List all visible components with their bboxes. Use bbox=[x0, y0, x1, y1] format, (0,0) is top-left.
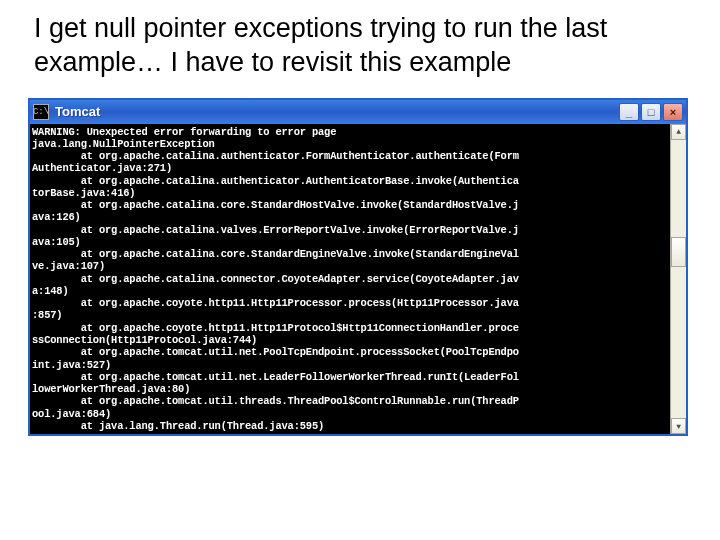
console-line: at org.apache.tomcat.util.net.LeaderFoll… bbox=[32, 371, 519, 383]
console-line: ava:126) bbox=[32, 211, 81, 223]
scrollbar-track[interactable] bbox=[671, 140, 686, 419]
titlebar[interactable]: C:\ Tomcat _ □ × bbox=[30, 100, 686, 124]
console-line: ava:105) bbox=[32, 236, 81, 248]
console-line: a:148) bbox=[32, 285, 69, 297]
console-line: at java.lang.Thread.run(Thread.java:595) bbox=[32, 420, 324, 432]
console-area: WARNING: Unexpected error forwarding to … bbox=[30, 124, 686, 435]
window-buttons: _ □ × bbox=[619, 103, 683, 121]
console-line: ssConnection(Http11Protocol.java:744) bbox=[32, 334, 257, 346]
scroll-up-icon[interactable]: ▲ bbox=[671, 124, 686, 140]
close-button[interactable]: × bbox=[663, 103, 683, 121]
console-output: WARNING: Unexpected error forwarding to … bbox=[30, 124, 670, 435]
console-line: ool.java:684) bbox=[32, 408, 111, 420]
slide-heading: I get null pointer exceptions trying to … bbox=[34, 12, 692, 80]
maximize-button[interactable]: □ bbox=[641, 103, 661, 121]
console-line: ve.java:107) bbox=[32, 260, 105, 272]
cmd-icon: C:\ bbox=[33, 104, 49, 120]
vertical-scrollbar[interactable]: ▲ ▼ bbox=[670, 124, 686, 435]
console-line: at org.apache.catalina.authenticator.Aut… bbox=[32, 175, 519, 187]
console-line: lowerWorkerThread.java:80) bbox=[32, 383, 190, 395]
scrollbar-thumb[interactable] bbox=[671, 237, 686, 267]
console-line: at org.apache.catalina.valves.ErrorRepor… bbox=[32, 224, 519, 236]
console-line: torBase.java:416) bbox=[32, 187, 135, 199]
console-line: java.lang.NullPointerException bbox=[32, 138, 215, 150]
slide: I get null pointer exceptions trying to … bbox=[0, 0, 720, 540]
console-line: WARNING: Unexpected error forwarding to … bbox=[32, 126, 336, 138]
console-line: at org.apache.tomcat.util.threads.Thread… bbox=[32, 395, 519, 407]
console-line: :857) bbox=[32, 309, 62, 321]
console-line: at org.apache.coyote.http11.Http11Proces… bbox=[32, 297, 519, 309]
console-line: at org.apache.catalina.core.StandardEngi… bbox=[32, 248, 519, 260]
minimize-button[interactable]: _ bbox=[619, 103, 639, 121]
scroll-down-icon[interactable]: ▼ bbox=[671, 418, 686, 434]
window-title: Tomcat bbox=[55, 104, 619, 119]
console-line: at org.apache.catalina.authenticator.For… bbox=[32, 150, 519, 162]
console-line: at org.apache.coyote.http11.Http11Protoc… bbox=[32, 322, 519, 334]
console-line: int.java:527) bbox=[32, 359, 111, 371]
console-line: Authenticator.java:271) bbox=[32, 162, 172, 174]
console-line: at org.apache.catalina.core.StandardHost… bbox=[32, 199, 519, 211]
console-line: at org.apache.tomcat.util.net.PoolTcpEnd… bbox=[32, 346, 519, 358]
console-window: C:\ Tomcat _ □ × WARNING: Unexpected err… bbox=[28, 98, 688, 437]
console-line: at org.apache.catalina.connector.CoyoteA… bbox=[32, 273, 519, 285]
